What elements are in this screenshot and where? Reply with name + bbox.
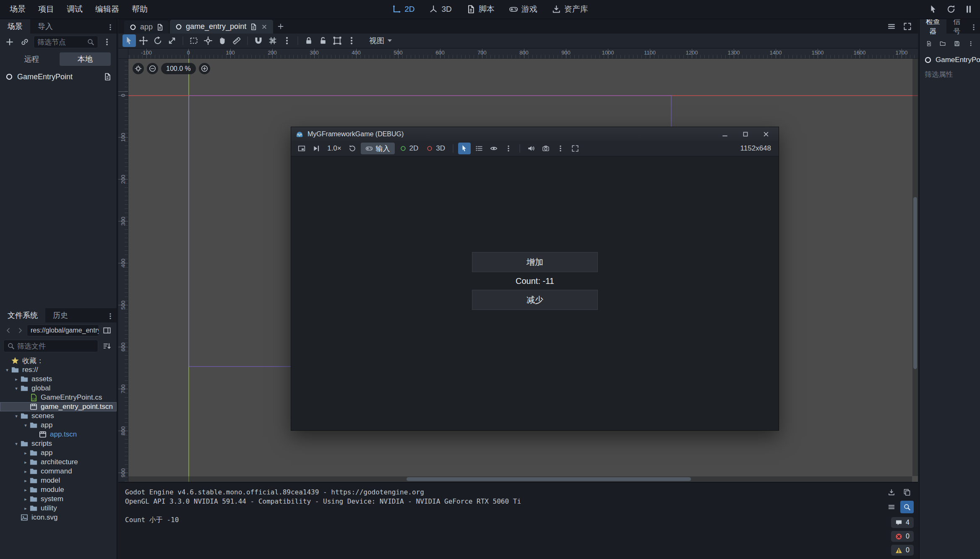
viewport-tool-button[interactable]	[247, 36, 248, 45]
collapse-duplicates-button[interactable]	[885, 501, 898, 513]
resource-options-button[interactable]	[966, 37, 976, 50]
pick-2d-toggle[interactable]: 2D	[397, 143, 422, 154]
viewport-tool-button[interactable]	[331, 34, 344, 47]
scene-dock-menu-button[interactable]	[104, 21, 117, 34]
viewport-tool-button[interactable]	[297, 36, 298, 45]
script-icon[interactable]	[156, 23, 164, 31]
viewport-tool-button[interactable]	[252, 34, 265, 47]
select-mode-button[interactable]	[458, 143, 471, 154]
tab-list-button[interactable]	[885, 20, 898, 33]
node-list-button[interactable]	[473, 143, 485, 154]
expand-arrow-icon[interactable]	[22, 487, 29, 493]
viewport-tool-button[interactable]	[151, 34, 164, 47]
workspace-button[interactable]: 2D	[386, 2, 420, 16]
file-tree-row[interactable]: architecture	[0, 458, 117, 467]
expand-arrow-icon[interactable]	[13, 413, 20, 419]
workspace-button[interactable]: 脚本	[461, 1, 500, 17]
horizontal-scrollbar[interactable]	[128, 476, 912, 482]
current-path-field[interactable]: res://global/game_entry_p	[27, 325, 99, 336]
zoom-reset-button[interactable]: 100.0 %	[161, 63, 196, 74]
expand-arrow-icon[interactable]	[13, 377, 20, 382]
select-options-button[interactable]	[502, 143, 515, 154]
file-tree-row[interactable]: assets	[0, 374, 117, 384]
save-resource-button[interactable]	[952, 37, 962, 50]
menu-right-button[interactable]	[945, 3, 957, 16]
dock-tab[interactable]: 检查器	[920, 19, 946, 34]
viewport-tool-button[interactable]	[230, 34, 243, 47]
fullscreen-button[interactable]	[569, 143, 581, 154]
file-tree-row[interactable]: scenes	[0, 411, 117, 421]
expand-arrow-icon[interactable]	[22, 450, 29, 456]
remote-button[interactable]: 远程	[6, 52, 57, 66]
scene-tab-app[interactable]: app	[124, 21, 169, 34]
viewport-tool-button[interactable]	[216, 34, 229, 47]
load-resource-button[interactable]	[938, 37, 948, 50]
add-node-button[interactable]	[3, 36, 16, 48]
file-tree-row[interactable]: global	[0, 384, 117, 393]
decrease-button[interactable]: 减少	[472, 290, 598, 310]
file-tree-row[interactable]: app	[0, 421, 117, 430]
viewport-tool-button[interactable]	[266, 34, 279, 47]
file-tree-row[interactable]: system	[0, 494, 117, 504]
maximize-button[interactable]	[737, 129, 754, 140]
reset-speed-button[interactable]	[346, 143, 359, 154]
script-icon[interactable]	[250, 23, 257, 31]
zoom-out-button[interactable]	[147, 63, 158, 74]
search-log-button[interactable]	[900, 501, 914, 513]
dock-tab[interactable]: 信号	[946, 19, 967, 34]
file-tree-row[interactable]: app.tscn	[0, 430, 117, 439]
split-mode-button[interactable]	[101, 324, 113, 337]
file-tree-row[interactable]: icon.svg	[0, 513, 117, 522]
inspector-menu-button[interactable]	[967, 21, 980, 34]
filter-files-input[interactable]: 筛选文件	[3, 340, 98, 352]
close-tab-icon[interactable]	[261, 23, 268, 31]
warnings-filter-button[interactable]: 0	[891, 545, 914, 556]
menu-item[interactable]: 项目	[32, 0, 60, 18]
new-resource-button[interactable]	[924, 37, 934, 50]
visibility-button[interactable]	[487, 143, 500, 154]
workspace-button[interactable]: 游戏	[503, 1, 543, 17]
camera-options-button[interactable]	[554, 143, 567, 154]
increase-button[interactable]: 增加	[472, 252, 598, 272]
viewport-tool-button[interactable]	[137, 34, 150, 47]
embed-game-button[interactable]	[295, 143, 308, 154]
save-log-button[interactable]	[885, 486, 898, 499]
file-sort-button[interactable]	[101, 340, 113, 352]
viewport-tool-button[interactable]	[201, 34, 215, 47]
input-mode-button[interactable]: 输入	[361, 143, 395, 154]
viewport-tool-button[interactable]	[165, 34, 179, 47]
expand-arrow-icon[interactable]	[22, 460, 29, 465]
game-window-titlebar[interactable]: MyGFrameworkGame (DEBUG)	[291, 127, 779, 141]
mute-audio-button[interactable]	[525, 143, 537, 154]
file-tree-row[interactable]: command	[0, 467, 117, 476]
file-tree-row[interactable]: GameEntryPoint.cs	[0, 393, 117, 402]
file-tree-row[interactable]: 收藏：	[0, 356, 117, 365]
file-tree-row[interactable]: scripts	[0, 439, 117, 448]
history-forward-button[interactable]	[15, 325, 25, 335]
viewport-tool-button[interactable]	[302, 34, 315, 47]
instance-scene-button[interactable]	[18, 36, 31, 48]
messages-filter-button[interactable]: 4	[891, 517, 914, 528]
scene-tree-menu-button[interactable]	[101, 36, 113, 48]
expand-arrow-icon[interactable]	[3, 367, 11, 373]
menu-item[interactable]: 编辑器	[89, 0, 125, 18]
file-tree-row[interactable]: res://	[0, 365, 117, 374]
file-tree-row[interactable]: app	[0, 448, 117, 458]
next-frame-button[interactable]	[310, 143, 323, 154]
file-tree-row[interactable]: model	[0, 476, 117, 485]
expand-arrow-icon[interactable]	[13, 441, 20, 447]
expand-arrow-icon[interactable]	[13, 386, 20, 391]
viewport-tool-button[interactable]	[187, 34, 201, 47]
menu-item[interactable]: 帮助	[125, 0, 154, 18]
pick-3d-toggle[interactable]: 3D	[423, 143, 448, 154]
dock-tab[interactable]: 历史	[45, 308, 76, 322]
scene-tree-root-node[interactable]: GameEntryPoint	[0, 70, 117, 84]
expand-arrow-icon[interactable]	[22, 497, 29, 502]
expand-arrow-icon[interactable]	[22, 423, 29, 428]
expand-arrow-icon[interactable]	[22, 478, 29, 484]
errors-filter-button[interactable]: 0	[891, 531, 914, 542]
viewport-tool-button[interactable]	[182, 36, 183, 45]
camera-override-button[interactable]	[540, 143, 552, 154]
distraction-free-button[interactable]	[901, 20, 914, 33]
local-button[interactable]: 本地	[60, 52, 111, 66]
